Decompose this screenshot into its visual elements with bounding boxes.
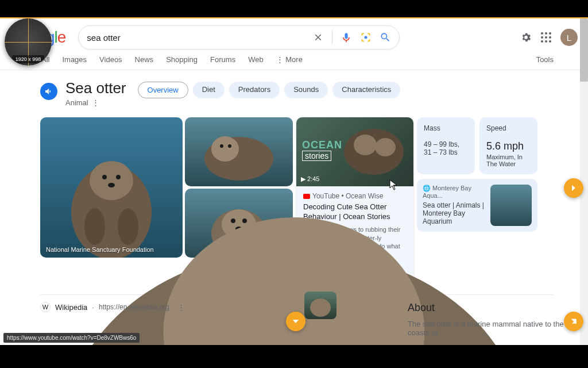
separator <box>332 30 332 44</box>
nav-arrow-down[interactable] <box>286 312 305 331</box>
related-card[interactable]: 🌐 Monterey Bay Aqua... Sea otter | Anima… <box>417 179 537 232</box>
result-site: Wikipedia <box>55 303 87 312</box>
mouse-cursor <box>389 179 399 193</box>
settings-icon[interactable] <box>520 32 532 43</box>
tab-images[interactable]: Images <box>62 55 87 64</box>
image-search-icon[interactable] <box>360 32 372 43</box>
search-header: Google L <box>0 18 588 49</box>
letterbox-top <box>0 0 588 17</box>
svg-point-0 <box>365 36 368 39</box>
tab-more[interactable]: ⋮ More <box>276 55 303 64</box>
related-image <box>490 185 532 226</box>
tab-news[interactable]: News <box>135 55 154 64</box>
account-avatar[interactable]: L <box>560 29 578 46</box>
page-viewport: Google L All Images Videos News Shopping… <box>0 18 588 346</box>
search-input[interactable] <box>87 33 312 43</box>
result-menu-icon[interactable]: ⋮ <box>177 303 185 312</box>
result-thumb <box>304 292 336 319</box>
screenshot-tool-overlay: 1920 x 998 <box>5 18 52 66</box>
nav-arrow-right[interactable] <box>564 178 583 198</box>
screenshot-dimensions: 1920 x 998 <box>12 55 45 63</box>
voice-search-icon[interactable] <box>341 32 352 43</box>
knowledge-panel: Sea otter Animal⋮ Overview Diet Predator… <box>0 70 588 312</box>
nav-arrow-diag[interactable] <box>564 312 583 331</box>
clear-icon[interactable] <box>312 32 324 43</box>
apps-icon[interactable] <box>541 32 551 43</box>
search-bar[interactable] <box>78 25 400 49</box>
about-heading: About <box>408 302 574 314</box>
result-url: https://en.wikipedia.org <box>99 303 169 311</box>
tab-videos[interactable]: Videos <box>99 55 122 64</box>
wikipedia-icon: W <box>40 302 51 312</box>
tab-web[interactable]: Web <box>248 55 264 64</box>
tab-forums[interactable]: Forums <box>210 55 235 64</box>
letterbox-bottom <box>0 345 588 368</box>
tab-shopping[interactable]: Shopping <box>166 55 198 64</box>
status-bar-url: https://www.youtube.com/watch?v=De8vZWBw… <box>3 333 140 343</box>
svg-point-22 <box>310 298 331 317</box>
about-description: The sea otter is a marine mammal native … <box>408 320 574 337</box>
search-icon[interactable] <box>380 32 391 43</box>
tools-button[interactable]: Tools <box>536 55 554 64</box>
nav-tabs: All Images Videos News Shopping Forums W… <box>0 49 588 70</box>
